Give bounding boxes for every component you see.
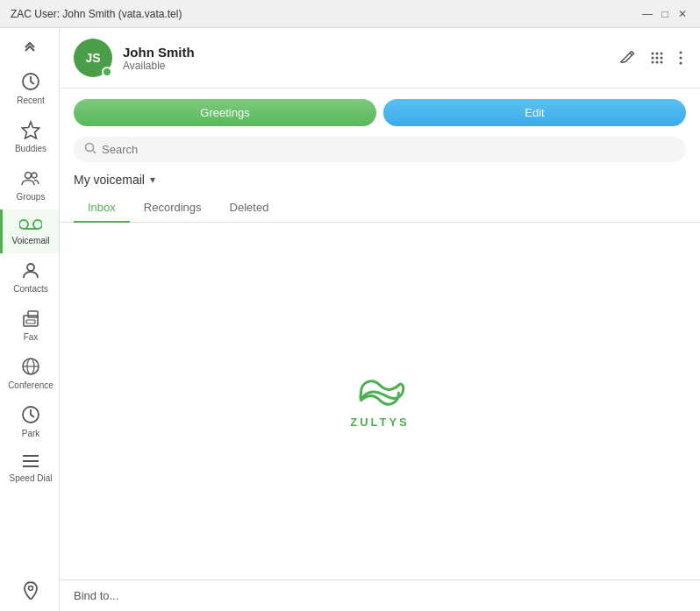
sidebar-item-conference-label: Conference: [8, 380, 54, 391]
svg-point-27: [656, 61, 659, 64]
tabs: Inbox Recordings Deleted: [60, 194, 700, 223]
sidebar-item-voicemail-label: Voicemail: [12, 236, 50, 246]
svg-rect-9: [28, 311, 38, 317]
edit-button[interactable]: Edit: [383, 99, 686, 126]
zultys-logo: ZULTYS: [350, 373, 410, 429]
speeddial-icon: [21, 453, 40, 472]
search-bar: [74, 137, 686, 162]
svg-point-28: [661, 61, 663, 64]
maximize-button[interactable]: □: [658, 7, 672, 21]
svg-point-32: [86, 144, 94, 152]
title-bar-text: ZAC User: John Smith (vata.vata.tel): [11, 8, 640, 20]
tab-recordings[interactable]: Recordings: [130, 194, 216, 223]
voicemail-icon: [19, 217, 42, 234]
svg-point-2: [25, 173, 32, 179]
sidebar: Recent Buddies Groups: [0, 28, 60, 611]
minimize-button[interactable]: —: [640, 7, 654, 21]
svg-point-24: [656, 57, 659, 60]
sidebar-item-buddies[interactable]: Buddies: [0, 113, 59, 161]
sidebar-item-conference[interactable]: Conference: [0, 350, 59, 398]
profile-actions: [616, 46, 686, 69]
sidebar-item-contacts[interactable]: Contacts: [0, 253, 59, 302]
search-icon: [84, 142, 96, 157]
svg-point-20: [652, 53, 654, 55]
sidebar-item-groups[interactable]: Groups: [0, 161, 59, 210]
sidebar-item-location[interactable]: [0, 573, 59, 611]
sidebar-item-contacts-label: Contacts: [13, 284, 47, 295]
voicemail-panel: Greetings Edit My voicemail: [60, 89, 700, 579]
profile-info: John Smith Available: [123, 45, 616, 72]
sidebar-item-voicemail[interactable]: Voicemail: [0, 210, 59, 253]
sidebar-item-speeddial[interactable]: Speed Dial: [0, 446, 59, 491]
title-bar-controls: — □ ✕: [640, 7, 689, 21]
buddies-icon: [21, 120, 40, 142]
sidebar-item-speeddial-label: Speed Dial: [10, 473, 53, 484]
svg-point-30: [680, 57, 682, 60]
park-icon: [21, 405, 40, 427]
bind-to-text: Bind to...: [74, 589, 118, 602]
title-bar: ZAC User: John Smith (vata.vata.tel) — □…: [0, 0, 700, 28]
mailbox-label: My voicemail: [74, 173, 145, 187]
greetings-button[interactable]: Greetings: [74, 99, 376, 126]
profile-header: JS John Smith Available: [60, 28, 700, 89]
sidebar-item-fax[interactable]: Fax: [0, 302, 59, 350]
dropdown-arrow-icon: ▾: [150, 174, 155, 186]
zultys-brand-text: ZULTYS: [350, 416, 410, 429]
svg-rect-10: [26, 320, 35, 323]
search-input[interactable]: [102, 143, 675, 156]
svg-line-19: [630, 53, 632, 56]
avatar: JS: [74, 39, 112, 77]
svg-marker-1: [23, 122, 39, 139]
app-body: Recent Buddies Groups: [0, 28, 700, 611]
contacts-icon: [21, 260, 40, 282]
sidebar-item-park-label: Park: [22, 429, 40, 439]
recent-icon: [21, 72, 40, 94]
svg-point-31: [680, 62, 682, 65]
mailbox-selector[interactable]: My voicemail ▾: [74, 173, 686, 187]
sidebar-item-groups-label: Groups: [17, 192, 46, 202]
sidebar-bottom: [0, 573, 59, 611]
sidebar-item-fax-label: Fax: [24, 332, 39, 343]
sidebar-item-recent-label: Recent: [17, 96, 45, 106]
sidebar-item-park[interactable]: Park: [0, 398, 59, 446]
action-buttons: Greetings Edit: [74, 99, 686, 126]
bottom-bar: Bind to...: [60, 579, 700, 611]
svg-point-4: [19, 220, 28, 229]
tab-inbox[interactable]: Inbox: [74, 194, 130, 223]
zultys-brand-icon: [354, 373, 406, 412]
svg-point-29: [680, 52, 682, 54]
svg-line-33: [93, 151, 96, 154]
fax-icon: [21, 309, 40, 330]
status-indicator: [102, 67, 112, 77]
main-panel: JS John Smith Available: [60, 28, 700, 611]
svg-point-25: [661, 57, 663, 60]
svg-point-23: [652, 57, 654, 60]
voicemail-top: Greetings Edit My voicemail: [60, 89, 700, 223]
location-icon: [22, 580, 39, 602]
edit-profile-button[interactable]: [616, 46, 639, 69]
svg-point-3: [32, 173, 37, 178]
svg-point-7: [27, 264, 34, 271]
grid-button[interactable]: [646, 46, 668, 69]
svg-point-21: [656, 53, 659, 55]
tab-deleted[interactable]: Deleted: [216, 194, 283, 223]
sidebar-item-buddies-label: Buddies: [15, 144, 46, 154]
conference-icon: [21, 357, 40, 379]
content-area: ZULTYS: [60, 223, 700, 579]
more-button[interactable]: [675, 46, 686, 69]
svg-point-26: [652, 61, 654, 64]
profile-status: Available: [123, 60, 616, 72]
svg-point-5: [33, 220, 42, 229]
sidebar-item-recent[interactable]: Recent: [0, 65, 59, 113]
expand-button[interactable]: [0, 32, 59, 65]
svg-point-18: [29, 586, 33, 591]
profile-name: John Smith: [123, 45, 616, 60]
groups-icon: [21, 168, 40, 190]
close-button[interactable]: ✕: [675, 7, 689, 21]
svg-point-22: [661, 53, 663, 55]
